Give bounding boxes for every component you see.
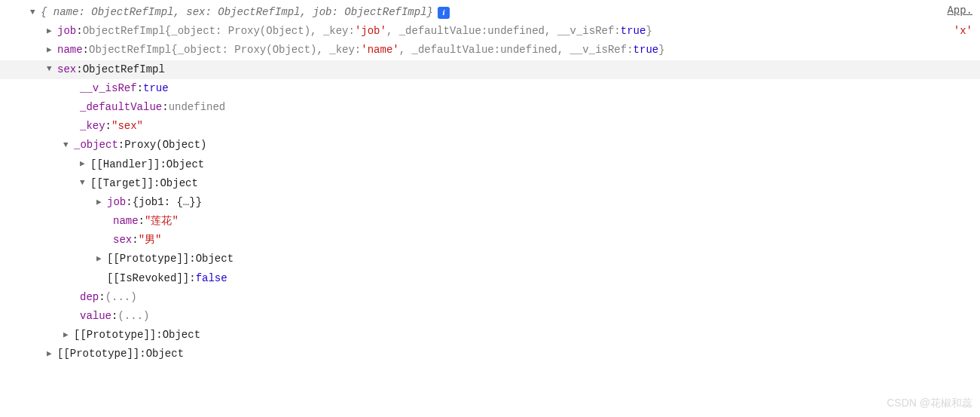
chevron-down-icon[interactable] [80, 176, 90, 191]
prop-key: [[Target]] [90, 174, 154, 193]
target-job-row[interactable]: job: {job1: {…}} [30, 193, 980, 212]
chevron-right-icon[interactable] [80, 157, 90, 172]
source-link[interactable]: App. [947, 5, 972, 17]
chevron-down-icon[interactable] [30, 5, 41, 20]
prop-key: [[IsRevoked]] [107, 269, 189, 288]
chevron-right-icon[interactable] [47, 43, 57, 58]
name-row[interactable]: name: ObjectRefImpl {_object: Proxy(Obje… [30, 41, 980, 60]
dep-row[interactable]: dep: (...) [30, 288, 980, 307]
console-output: { name: ObjectRefImpl, sex: ObjectRefImp… [0, 0, 980, 364]
outer-proto-row[interactable]: [[Prototype]]: Object [30, 345, 980, 363]
chevron-right-icon[interactable] [47, 24, 57, 39]
brace-open: { [41, 6, 47, 18]
prop-key: value [80, 307, 111, 326]
object-summary-row[interactable]: { name: ObjectRefImpl, sex: ObjectRefImp… [30, 3, 980, 22]
prop-key: _object [74, 136, 118, 155]
prop-key: [[Prototype]] [57, 345, 139, 363]
prop-key: _defaultValue [80, 98, 162, 117]
object-row[interactable]: _object: Proxy(Object) [30, 136, 980, 155]
prop-key: name [113, 212, 139, 231]
target-row[interactable]: [[Target]]: Object [30, 174, 980, 193]
chevron-right-icon[interactable] [47, 347, 57, 362]
sex-proto-row[interactable]: [[Prototype]]: Object [30, 326, 980, 345]
prop-key: [[Handler]] [90, 155, 160, 174]
target-name-row[interactable]: name: "莲花" [30, 212, 980, 231]
prop-key: _key [80, 117, 105, 136]
value-row[interactable]: value: (...) [30, 307, 980, 326]
chevron-right-icon[interactable] [63, 328, 74, 343]
defaultvalue-row[interactable]: _defaultValue: undefined [30, 98, 980, 117]
sex-row[interactable]: sex: ObjectRefImpl [0, 60, 980, 79]
prop-key: name [57, 41, 83, 60]
isref-row[interactable]: __v_isRef: true [30, 79, 980, 98]
prop-key: sex [113, 231, 132, 250]
prop-key: dep [80, 288, 99, 307]
isrevoked-row[interactable]: [[IsRevoked]]: false [30, 269, 980, 288]
job-row[interactable]: job: ObjectRefImpl {_object: Proxy(Objec… [30, 22, 980, 41]
key-row[interactable]: _key: "sex" [30, 117, 980, 136]
prop-key: job [57, 22, 76, 41]
chevron-down-icon[interactable] [63, 138, 74, 153]
prop-key: job [107, 193, 126, 212]
prop-key: __v_isRef [80, 79, 137, 98]
prop-key: sex [57, 60, 76, 79]
watermark: CSDN @花椒和蕊 [887, 394, 972, 412]
handler-row[interactable]: [[Handler]]: Object [30, 155, 980, 174]
target-sex-row[interactable]: sex: "男" [30, 231, 980, 250]
chevron-right-icon[interactable] [96, 195, 107, 210]
info-icon[interactable]: i [438, 7, 450, 19]
chevron-down-icon[interactable] [47, 62, 57, 77]
brace-close: } [427, 6, 433, 18]
prop-key: [[Prototype]] [107, 250, 189, 268]
prop-key: [[Prototype]] [74, 326, 156, 345]
chevron-right-icon[interactable] [96, 252, 107, 267]
top-right-value: 'x' [947, 22, 972, 41]
target-proto-row[interactable]: [[Prototype]]: Object [30, 250, 980, 268]
